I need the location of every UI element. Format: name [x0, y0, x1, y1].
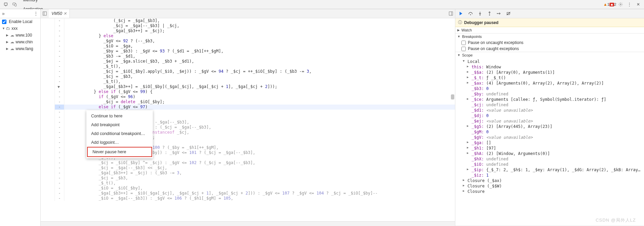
step-over-icon[interactable]: [468, 10, 474, 17]
device-toggle-icon[interactable]: [10, 0, 19, 9]
code-line[interactable]: - (_$cj = _$ga[_$b3],: [41, 18, 455, 23]
line-collapse-gutter[interactable]: -: [55, 28, 64, 33]
deactivate-breakpoints-icon[interactable]: [505, 10, 512, 17]
line-collapse-gutter[interactable]: -: [55, 135, 64, 140]
code-line[interactable]: - _$_t(),: [41, 64, 455, 69]
file-tree-toggle-icon[interactable]: [41, 9, 49, 18]
line-collapse-gutter[interactable]: -: [55, 176, 64, 181]
vertical-scrollbar[interactable]: [451, 18, 454, 221]
context-menu-item[interactable]: Add breakpoint: [86, 120, 153, 129]
line-collapse-gutter[interactable]: -: [55, 64, 64, 69]
scope-variable[interactable]: _$iz: 1: [465, 173, 644, 178]
line-collapse-gutter[interactable]: -: [55, 39, 64, 44]
scope-header[interactable]: ▼Scope: [455, 52, 644, 58]
scope-variable[interactable]: _$hX: undefined: [465, 156, 644, 162]
code-line[interactable]: - _$cj = _$ga[--_$b3] << _$cj,: [41, 165, 455, 171]
more-icon[interactable]: ⋮: [625, 0, 634, 9]
code-line[interactable]: - _$cj = _$iO[_$by].apply(_$iO, _$ej)) :…: [41, 69, 455, 74]
line-collapse-gutter[interactable]: -: [55, 186, 64, 191]
navigator-more-icon[interactable]: ⋮: [34, 11, 38, 16]
line-collapse-gutter[interactable]: -: [55, 125, 64, 130]
code-line[interactable]: - _$cj = _$b3,: [41, 74, 455, 79]
code-line[interactable]: - } else: [41, 33, 455, 39]
line-collapse-gutter[interactable]: -: [55, 171, 64, 176]
pause-uncaught-row[interactable]: Pause on uncaught exceptions: [455, 40, 644, 46]
show-navigator-icon[interactable]: »: [2, 11, 5, 16]
breakpoints-header[interactable]: ▼Breakpoints: [455, 33, 644, 40]
scope-variable[interactable]: ▶_$$a: (2) [Array(0), Arguments(1)]: [465, 70, 644, 75]
settings-gear-icon[interactable]: [616, 0, 625, 9]
watch-header[interactable]: ▶Watch: [455, 27, 644, 33]
line-collapse-gutter[interactable]: -: [55, 59, 64, 64]
scope-variable[interactable]: _$dj: 0: [465, 113, 644, 118]
nav-item[interactable]: ▶☁www.chin: [0, 39, 40, 45]
scope-variable[interactable]: ▶_$hA: (2) [Window, Arguments(0)]: [465, 151, 644, 156]
line-collapse-gutter[interactable]: -: [55, 33, 64, 39]
toggle-overview-icon[interactable]: [447, 9, 455, 18]
line-collapse-gutter[interactable]: -: [55, 105, 64, 110]
scope-variable[interactable]: _$gV: <value unavailable>: [465, 135, 644, 140]
code-line[interactable]: - _$_t(),: [41, 181, 455, 186]
scope-closure[interactable]: ▶Closure (_$ax): [461, 178, 644, 183]
line-collapse-gutter[interactable]: -: [55, 54, 64, 59]
line-collapse-gutter[interactable]: -: [55, 99, 64, 105]
code-line[interactable]: - _$b3 -= _$d1,: [41, 54, 455, 59]
scope-variable[interactable]: _$d1: <value unavailable>: [465, 108, 644, 113]
scope-variable[interactable]: _$iO: undefined: [465, 162, 644, 167]
nav-item[interactable]: ▶☁www.fang: [0, 45, 40, 52]
scope-variable[interactable]: ▶_$h1: [97]: [465, 145, 644, 151]
scope-variable[interactable]: _$b3: 0: [465, 86, 644, 91]
line-collapse-gutter[interactable]: -: [55, 191, 64, 196]
code-line[interactable]: - _$by = _$b3) : _$gV <= 93 ? (_$d1 = _$…: [41, 49, 455, 54]
code-line[interactable]: - _$_t(),: [41, 79, 455, 84]
code-line[interactable]: - _$iO = _$ga[--_$b3]) : _$gV <= 106 ? (…: [41, 196, 455, 201]
scope-variable[interactable]: ▶_$ip: {_$_7: 2, _$h$: 1, _$ey: Array(1)…: [465, 167, 644, 173]
context-menu-item[interactable]: Never pause here: [87, 147, 152, 157]
horizontal-scrollbar[interactable]: [41, 221, 455, 226]
line-collapse-gutter[interactable]: -: [55, 23, 64, 28]
scrollbar-thumb[interactable]: [451, 94, 454, 99]
line-collapse-gutter[interactable]: -: [55, 181, 64, 186]
code-line[interactable]: - _$cj = _$iO[_$by] ^= _$cj) : _$gV <= 1…: [41, 160, 455, 165]
line-collapse-gutter[interactable]: -: [55, 44, 64, 49]
line-collapse-gutter[interactable]: -: [55, 74, 64, 79]
pause-uncaught-checkbox[interactable]: [461, 41, 466, 45]
code-line[interactable]: - } else if (_$gV <= 99) {: [41, 89, 455, 94]
line-collapse-gutter[interactable]: -▼: [55, 84, 64, 89]
devtools-tab-memory[interactable]: Memory: [19, 0, 70, 4]
step-icon[interactable]: [496, 10, 502, 17]
line-collapse-gutter[interactable]: -: [55, 150, 64, 155]
scope-closure[interactable]: ▶Closure (_$$W): [461, 183, 644, 189]
pause-caught-checkbox[interactable]: [461, 47, 466, 51]
fold-marker-icon[interactable]: ▼: [58, 84, 60, 89]
line-collapse-gutter[interactable]: -: [55, 18, 64, 23]
code-line[interactable]: - _$iO = _$ga,: [41, 44, 455, 49]
step-into-icon[interactable]: [477, 10, 483, 17]
code-line[interactable]: -▼ _$ga[_$b3++] = _$iO[_$by](_$ga[_$cj],…: [41, 84, 455, 89]
line-collapse-gutter[interactable]: -: [55, 140, 64, 145]
scope-variable[interactable]: ▶this: Window: [465, 64, 644, 70]
scope-variable[interactable]: ▶_$ax: (4) [Arguments(0), Array(2), Arra…: [465, 81, 644, 86]
code-line[interactable]: - _$gV <= 92 ? (--_$b3,: [41, 39, 455, 44]
scope-variable[interactable]: _$cj: undefined: [465, 102, 644, 108]
code-line[interactable]: - _$cj = delete _$iO[_$by];: [41, 99, 455, 105]
folder-root[interactable]: ▼ 🗀 xxx: [0, 25, 40, 32]
scope-local-header[interactable]: ▼Local: [461, 59, 644, 64]
line-collapse-gutter[interactable]: -: [55, 110, 64, 115]
code-line[interactable]: - _$iO = _$iO[_$by],: [41, 186, 455, 191]
context-menu-item[interactable]: Add logpoint…: [86, 138, 153, 147]
code-line[interactable]: - _$ga[_$b3++] = _$iO(_$ga[_$cj], _$ga[_…: [41, 191, 455, 196]
line-collapse-gutter[interactable]: -: [55, 115, 64, 120]
line-collapse-gutter[interactable]: -: [55, 155, 64, 160]
line-collapse-gutter[interactable]: -: [55, 94, 64, 99]
context-menu-item[interactable]: Continue to here: [86, 112, 153, 120]
line-collapse-gutter[interactable]: -: [55, 69, 64, 74]
line-collapse-gutter[interactable]: -: [55, 79, 64, 84]
line-collapse-gutter[interactable]: -: [55, 120, 64, 125]
code-line[interactable]: - _$ej = _$ga.slice(_$b3, _$b3 + _$d1),: [41, 59, 455, 64]
scope-variable[interactable]: _$by: undefined: [465, 91, 644, 97]
line-collapse-gutter[interactable]: -: [55, 196, 64, 201]
line-collapse-gutter[interactable]: -: [55, 49, 64, 54]
scope-variable[interactable]: _$ej: <value unavailable>: [465, 118, 644, 124]
line-collapse-gutter[interactable]: -: [55, 160, 64, 165]
